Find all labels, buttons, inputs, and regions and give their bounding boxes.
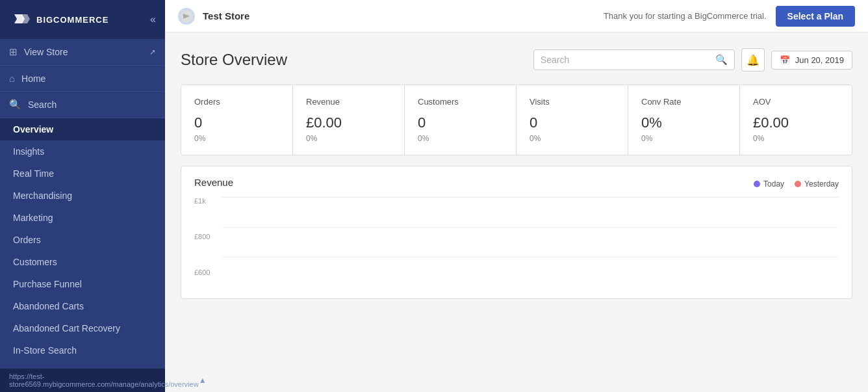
legend-yesterday-label: Yesterday [804, 179, 839, 189]
sidebar-item-label: Customers [13, 257, 57, 267]
stat-value: 0 [418, 114, 503, 131]
sidebar-item-label: Marketing [13, 213, 53, 223]
sidebar-item-label: In-Store Search [13, 345, 77, 356]
store-name: Test Store [203, 10, 249, 21]
header-actions: 🔍 🔔 📅 Jun 20, 2019 [533, 48, 852, 72]
stat-label: Customers [418, 97, 503, 107]
chart-plot-area [222, 197, 839, 288]
chart-svg [222, 197, 839, 288]
sidebar-navigation: ⊞ View Store ➚ ⌂ Home 🔍 Search Overview … [0, 39, 165, 392]
sidebar-item-label: Purchase Funnel [13, 279, 82, 289]
topbar-right: Thank you for starting a BigCommerce tri… [604, 6, 855, 27]
content-area: Store Overview 🔍 🔔 📅 Jun 20, 2019 Orders [165, 33, 868, 392]
sidebar-item-insights[interactable]: Insights [0, 140, 165, 163]
legend-yesterday: Yesterday [795, 179, 839, 189]
date-label: Jun 20, 2019 [795, 55, 844, 65]
brand-logo: BIGCOMMERCE [9, 8, 108, 31]
store-icon [178, 8, 195, 25]
home-icon: ⌂ [9, 73, 15, 84]
stat-change: 0% [530, 134, 615, 143]
sidebar-item-purchase-funnel[interactable]: Purchase Funnel [0, 273, 165, 295]
external-link-icon: ➚ [149, 47, 156, 57]
stat-change: 0% [418, 134, 503, 143]
notification-button[interactable]: 🔔 [741, 48, 765, 72]
sidebar-item-orders[interactable]: Orders [0, 229, 165, 251]
stat-card-visits: Visits 0 0% [517, 85, 628, 155]
sidebar-item-view-store[interactable]: ⊞ View Store ➚ [0, 39, 165, 66]
stat-card-customers: Customers 0 0% [405, 85, 517, 155]
stat-card-orders: Orders 0 0% [181, 85, 293, 155]
main-content: Test Store Thank you for starting a BigC… [165, 0, 868, 392]
sidebar-item-in-store-search[interactable]: In-Store Search [0, 339, 165, 361]
sidebar-item-home[interactable]: ⌂ Home [0, 66, 165, 92]
trial-text: Thank you for starting a BigCommerce tri… [604, 11, 767, 21]
bottom-url-text: https://test-store6569.mybigcommerce.com… [9, 372, 165, 388]
search-input[interactable] [541, 55, 715, 65]
chart-y-axis: £1k £800 £600 [194, 197, 219, 276]
search-box: 🔍 [533, 49, 735, 70]
sidebar-item-merchandising[interactable]: Merchandising [0, 185, 165, 207]
stat-change: 0% [753, 134, 839, 143]
sidebar-item-label: Orders [13, 235, 41, 245]
collapse-sidebar-icon[interactable]: « [150, 14, 156, 25]
grid-icon: ⊞ [9, 46, 18, 58]
stat-card-conv-rate: Conv Rate 0% 0% [628, 85, 740, 155]
stat-change: 0% [194, 134, 279, 143]
sidebar-item-label: Merchandising [13, 190, 72, 201]
stat-label: Conv Rate [641, 97, 726, 107]
chart-area: £1k £800 £600 [194, 197, 839, 288]
flag-icon [181, 10, 192, 22]
bottom-url-bar: https://test-store6569.mybigcommerce.com… [0, 369, 165, 392]
stat-value: £0.00 [753, 114, 839, 131]
sidebar-item-label: Real Time [13, 168, 54, 179]
date-picker-button[interactable]: 📅 Jun 20, 2019 [771, 51, 852, 70]
revenue-chart-container: Revenue Today Yesterday £1k £800 [181, 166, 852, 299]
sidebar-item-customers[interactable]: Customers [0, 251, 165, 273]
y-label-1k: £1k [194, 197, 219, 205]
sidebar-item-abandoned-cart-recovery[interactable]: Abandoned Cart Recovery [0, 317, 165, 339]
chart-title: Revenue [194, 177, 233, 188]
grid-line-bottom [222, 257, 839, 257]
chart-legend: Today Yesterday [754, 179, 839, 189]
topbar-left: Test Store [178, 8, 249, 25]
page-title: Store Overview [181, 51, 287, 69]
search-icon[interactable]: 🔍 [715, 54, 728, 66]
stat-value: 0% [641, 114, 726, 131]
yesterday-dot [795, 181, 801, 187]
stat-card-revenue: Revenue £0.00 0% [293, 85, 405, 155]
y-label-800: £800 [194, 233, 219, 241]
stat-value: 0 [194, 114, 279, 131]
sidebar-item-label: Overview [13, 124, 53, 135]
sidebar-item-abandoned-carts[interactable]: Abandoned Carts [0, 295, 165, 317]
sidebar-item-search[interactable]: 🔍 Search [0, 92, 165, 118]
select-plan-button[interactable]: Select a Plan [776, 6, 855, 27]
stat-label: Revenue [306, 97, 391, 107]
sidebar-item-real-time[interactable]: Real Time [0, 163, 165, 185]
stat-label: Orders [194, 97, 279, 107]
stat-change: 0% [641, 134, 726, 143]
stat-value: 0 [530, 114, 615, 131]
stat-label: Visits [530, 97, 615, 107]
bigcommerce-logo-icon [9, 8, 32, 31]
sidebar-item-label: View Store [24, 47, 68, 57]
stats-row: Orders 0 0% Revenue £0.00 0% Customers 0… [181, 85, 852, 155]
calendar-icon: 📅 [780, 55, 790, 65]
stat-label: AOV [753, 97, 839, 107]
sidebar-item-marketing[interactable]: Marketing [0, 207, 165, 229]
chart-header: Revenue Today Yesterday [194, 177, 839, 197]
sidebar-logo: BIGCOMMERCE « [0, 0, 165, 39]
y-label-600: £600 [194, 268, 219, 276]
stat-value: £0.00 [306, 114, 391, 131]
legend-today-label: Today [763, 179, 784, 189]
sidebar-item-overview[interactable]: Overview [0, 118, 165, 140]
today-dot [754, 181, 760, 187]
grid-line-top [222, 197, 839, 198]
content-header: Store Overview 🔍 🔔 📅 Jun 20, 2019 [181, 48, 852, 72]
grid-line-mid [222, 227, 839, 228]
sidebar-item-label: Search [28, 99, 57, 110]
stat-card-aov: AOV £0.00 0% [740, 85, 852, 155]
legend-today: Today [754, 179, 784, 189]
sidebar-item-label: Insights [13, 146, 44, 157]
sidebar-item-label: Abandoned Cart Recovery [13, 323, 120, 333]
sidebar: BIGCOMMERCE « ⊞ View Store ➚ ⌂ Home 🔍 Se… [0, 0, 165, 392]
